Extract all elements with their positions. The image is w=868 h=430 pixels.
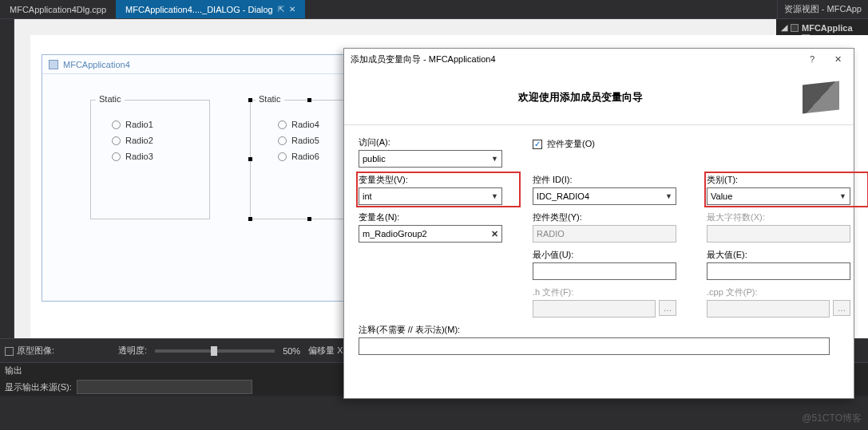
pin-icon[interactable]: ⇱ (278, 5, 284, 14)
checkbox-checked-icon: ✓ (533, 140, 542, 149)
radio3[interactable]: Radio3 (112, 152, 201, 161)
radio-label: Radio2 (125, 136, 153, 145)
max-value-field: 最大值(E): (707, 249, 866, 280)
control-type-value: RADIO (537, 229, 565, 239)
h-file-input (533, 300, 656, 318)
variable-name-field: 变量名(N): m_RadioGroup2✕ (359, 211, 518, 243)
min-value-input[interactable] (533, 262, 676, 280)
chevron-down-icon: ▼ (491, 155, 498, 163)
radio-icon (278, 152, 287, 161)
watermark: @51CTO博客 (802, 412, 862, 425)
chevron-down-icon: ▼ (665, 192, 672, 200)
control-type-field: 控件类型(Y): RADIO (533, 211, 692, 243)
max-chars-input (707, 225, 850, 243)
control-variable-field: ✓ 控件变量(O) (533, 136, 692, 150)
max-value-label: 最大值(E): (707, 249, 866, 261)
clear-icon[interactable]: ✕ (491, 229, 498, 239)
control-id-label: 控件 ID(I): (533, 174, 692, 186)
radio-label: Radio3 (125, 152, 153, 161)
radio-icon (278, 120, 287, 129)
h-file-field: .h 文件(F): … (533, 286, 692, 318)
resize-handle[interactable] (307, 217, 311, 221)
groupbox-1[interactable]: Static Radio1 Radio2 Radio3 (90, 100, 210, 219)
output-source-combo[interactable] (77, 380, 252, 394)
comment-input[interactable] (359, 337, 830, 355)
control-id-select[interactable]: IDC_RADIO4▼ (533, 187, 676, 205)
category-field: 类别(T): Value▼ (707, 174, 866, 205)
slider-thumb[interactable] (211, 346, 217, 356)
access-value: public (363, 154, 386, 164)
wizard-titlebar[interactable]: 添加成员变量向导 - MFCApplication4 ? ✕ (344, 49, 854, 69)
resize-handle[interactable] (307, 98, 311, 102)
radio-icon (278, 136, 287, 145)
radio-label: Radio6 (291, 152, 319, 161)
h-file-label: .h 文件(F): (533, 286, 692, 298)
access-select[interactable]: public▼ (359, 150, 502, 168)
close-button[interactable]: ✕ (828, 54, 847, 65)
category-value: Value (711, 191, 732, 201)
resize-handle[interactable] (248, 157, 252, 161)
radio-icon (112, 136, 121, 145)
dialog-caption: MFCApplication4 (63, 55, 130, 74)
dialog-titlebar: MFCApplication4 (42, 55, 344, 74)
help-button[interactable]: ? (803, 54, 822, 64)
tab-label: MFCApplication4...._DIALOG - Dialog (125, 5, 273, 14)
dialog-preview[interactable]: MFCApplication4 Static Radio1 Radio2 Rad… (42, 54, 345, 302)
variable-type-label: 变量类型(V): (359, 174, 518, 186)
browse-button: … (659, 300, 676, 316)
resize-handle[interactable] (248, 98, 252, 102)
control-variable-label: 控件变量(O) (547, 138, 595, 150)
ruler-horizontal (14, 19, 868, 35)
tab-inactive-cpp[interactable]: MFCApplication4Dlg.cpp (0, 0, 116, 18)
tree-root[interactable]: ◢ MFCApplica (781, 22, 863, 33)
ruler-vertical (14, 35, 30, 338)
access-field: 访问(A): public▼ (359, 136, 518, 168)
control-id-field: 控件 ID(I): IDC_RADIO4▼ (533, 174, 692, 205)
wizard-header: 欢迎使用添加成员变量向导 (344, 69, 854, 125)
category-label: 类别(T): (707, 174, 866, 186)
close-icon[interactable]: ✕ (289, 5, 295, 14)
wizard-window-title: 添加成员变量向导 - MFCApplication4 (351, 53, 496, 65)
toolbox-strip[interactable] (0, 19, 14, 354)
solution-icon (791, 24, 799, 32)
proto-image-toggle[interactable]: 原型图像: (5, 345, 54, 357)
radio-label: Radio5 (291, 136, 319, 145)
output-title: 输出 (5, 365, 22, 375)
radio1[interactable]: Radio1 (112, 120, 201, 129)
radio-label: Radio4 (291, 120, 319, 129)
proto-label: 原型图像: (17, 345, 54, 355)
cpp-file-label: .cpp 文件(P): (707, 286, 866, 298)
cpp-file-input (707, 300, 830, 318)
max-value-input[interactable] (707, 262, 850, 280)
max-chars-label: 最大字符数(X): (707, 211, 866, 223)
resource-view-title: 资源视图 - MFCApp (784, 4, 862, 14)
wizard-heading: 欢迎使用添加成员变量向导 (359, 90, 803, 105)
tab-bar: MFCApplication4Dlg.cpp MFCApplication4..… (0, 0, 868, 19)
variable-type-value: int (363, 191, 372, 201)
opacity-slider[interactable] (155, 349, 275, 353)
control-variable-checkbox[interactable]: ✓ 控件变量(O) (533, 138, 692, 150)
app-icon (49, 60, 58, 69)
variable-name-value: m_RadioGroup2 (363, 229, 427, 239)
checkbox-icon (5, 347, 14, 356)
offset-x-label: 偏移量 X: (308, 345, 345, 357)
resource-view-header[interactable]: 资源视图 - MFCApp (777, 0, 868, 18)
min-value-field: 最小值(U): (533, 249, 692, 280)
min-value-label: 最小值(U): (533, 249, 692, 261)
variable-name-input[interactable]: m_RadioGroup2✕ (359, 225, 502, 243)
add-member-variable-wizard: 添加成员变量向导 - MFCApplication4 ? ✕ 欢迎使用添加成员变… (343, 48, 854, 399)
comment-label: 注释(不需要 // 表示法)(M): (359, 324, 866, 336)
tab-active-dialog[interactable]: MFCApplication4...._DIALOG - Dialog ⇱ ✕ (116, 0, 305, 18)
chevron-down-icon: ▼ (839, 192, 846, 200)
wizard-icon (803, 81, 839, 113)
category-select[interactable]: Value▼ (707, 187, 850, 205)
radio-icon (112, 120, 121, 129)
radio2[interactable]: Radio2 (112, 136, 201, 145)
resize-handle[interactable] (248, 217, 252, 221)
comment-field: 注释(不需要 // 表示法)(M): (359, 324, 866, 355)
output-source-label: 显示输出来源(S): (5, 381, 72, 393)
opacity-value: 50% (283, 346, 300, 356)
variable-type-select[interactable]: int▼ (359, 187, 502, 205)
control-type-input: RADIO (533, 225, 676, 243)
access-label: 访问(A): (359, 136, 518, 148)
